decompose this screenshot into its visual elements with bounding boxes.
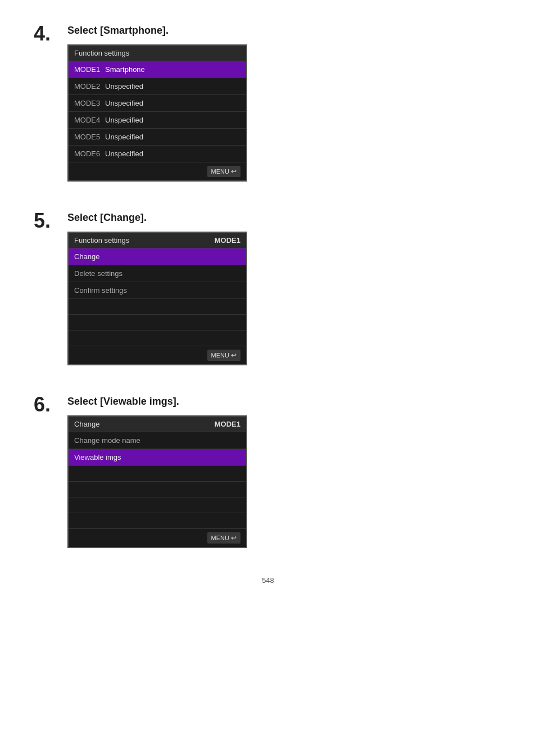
- step-5-screen: Function settings MODE1 Change Delete se…: [67, 232, 247, 365]
- step-4-row-5[interactable]: MODE6 Unspecified: [69, 146, 246, 162]
- step-6-title: Select [Viewable imgs].: [67, 393, 502, 408]
- step-4-footer: MENU ↩: [69, 162, 246, 180]
- step-5-header-title: Function settings: [74, 236, 129, 245]
- step-4-row-1-value: Unspecified: [105, 82, 143, 90]
- step-4-back-arrow: ↩: [231, 168, 237, 175]
- step-6-header-title: Change: [74, 420, 100, 428]
- step-4-row-4[interactable]: MODE5 Unspecified: [69, 129, 246, 146]
- step-5-footer: MENU ↩: [69, 346, 246, 364]
- step-6: 6. Select [Viewable imgs]. Change MODE1 …: [34, 393, 502, 548]
- step-5-row-0-label: Change: [74, 252, 105, 261]
- step-4-number: 4.: [34, 22, 67, 44]
- step-4-row-3[interactable]: MODE4 Unspecified: [69, 112, 246, 129]
- step-6-empty-2: [69, 482, 246, 497]
- step-5-empty-3: [69, 331, 246, 346]
- step-5-header-mode: MODE1: [215, 236, 240, 245]
- step-4-row-0-label: MODE1: [74, 65, 105, 74]
- step-6-row-0[interactable]: Change mode name: [69, 432, 246, 449]
- step-6-empty-4: [69, 513, 246, 529]
- step-5-title: Select [Change].: [67, 210, 502, 224]
- step-6-row-1[interactable]: Viewable imgs: [69, 449, 246, 466]
- step-5-content: Select [Change]. Function settings MODE1…: [67, 210, 502, 365]
- step-4: 4. Select [Smartphone]. Function setting…: [34, 22, 502, 182]
- step-4-menu-label: MENU: [211, 168, 229, 175]
- step-4-content: Select [Smartphone]. Function settings M…: [67, 22, 502, 182]
- step-5-row-1[interactable]: Delete settings: [69, 265, 246, 282]
- step-4-screen-header: Function settings: [69, 46, 246, 61]
- step-4-row-0-value: Smartphone: [105, 65, 145, 74]
- step-6-empty-3: [69, 497, 246, 513]
- step-4-row-5-value: Unspecified: [105, 150, 143, 158]
- step-4-row-1[interactable]: MODE2 Unspecified: [69, 78, 246, 95]
- step-6-screen: Change MODE1 Change mode name Viewable i…: [67, 415, 247, 548]
- step-6-screen-header: Change MODE1: [69, 417, 246, 432]
- step-6-number: 6.: [34, 393, 67, 415]
- page-number: 548: [34, 576, 502, 585]
- step-5-number: 5.: [34, 210, 67, 231]
- step-6-menu-label: MENU: [211, 535, 229, 541]
- step-4-row-2-label: MODE3: [74, 99, 105, 107]
- step-4-row-1-label: MODE2: [74, 82, 105, 90]
- step-6-back-arrow: ↩: [231, 534, 237, 542]
- step-6-footer: MENU ↩: [69, 529, 246, 547]
- step-5-empty-1: [69, 299, 246, 315]
- step-5-back-arrow: ↩: [231, 351, 237, 359]
- step-4-row-3-value: Unspecified: [105, 116, 143, 124]
- step-4-row-2-value: Unspecified: [105, 99, 143, 107]
- step-5-screen-header: Function settings MODE1: [69, 233, 246, 248]
- step-5-empty-2: [69, 315, 246, 331]
- step-4-row-5-label: MODE6: [74, 150, 105, 158]
- step-6-header-mode: MODE1: [215, 420, 240, 428]
- step-4-row-2[interactable]: MODE3 Unspecified: [69, 95, 246, 112]
- step-6-content: Select [Viewable imgs]. Change MODE1 Cha…: [67, 393, 502, 548]
- step-5-row-2[interactable]: Confirm settings: [69, 282, 246, 299]
- step-5-row-0[interactable]: Change: [69, 248, 246, 265]
- step-4-menu-btn[interactable]: MENU ↩: [207, 166, 240, 177]
- step-4-header-title: Function settings: [74, 49, 129, 57]
- step-6-empty-1: [69, 466, 246, 482]
- step-4-row-4-label: MODE5: [74, 133, 105, 141]
- step-4-row-3-label: MODE4: [74, 116, 105, 124]
- step-4-screen: Function settings MODE1 Smartphone MODE2…: [67, 44, 247, 182]
- step-5-menu-label: MENU: [211, 352, 229, 359]
- step-4-title: Select [Smartphone].: [67, 22, 502, 37]
- step-4-row-0[interactable]: MODE1 Smartphone: [69, 61, 246, 78]
- step-5-row-2-label: Confirm settings: [74, 286, 127, 295]
- step-5-menu-btn[interactable]: MENU ↩: [207, 350, 240, 361]
- step-5-row-1-label: Delete settings: [74, 269, 122, 278]
- step-4-row-4-value: Unspecified: [105, 133, 143, 141]
- step-6-row-1-label: Viewable imgs: [74, 453, 121, 461]
- step-5: 5. Select [Change]. Function settings MO…: [34, 210, 502, 365]
- step-6-menu-btn[interactable]: MENU ↩: [207, 532, 240, 544]
- step-6-row-0-label: Change mode name: [74, 436, 140, 445]
